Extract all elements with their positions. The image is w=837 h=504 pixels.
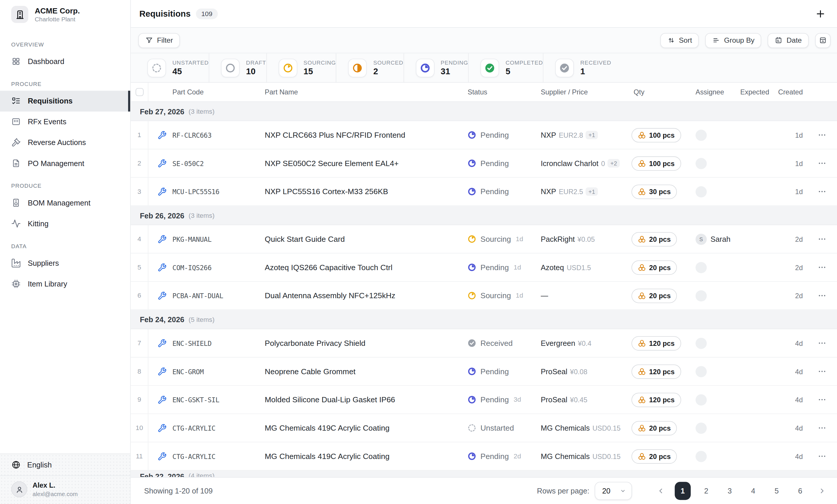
page-button-1[interactable]: 1 bbox=[675, 482, 691, 500]
status-summary-item[interactable]: UNSTARTED 45 bbox=[147, 54, 209, 83]
sidebar-item-kitting[interactable]: Kitting bbox=[0, 213, 130, 234]
table-row[interactable]: 2 SE-050C2 NXP SE050C2 Secure Element EA… bbox=[131, 149, 837, 178]
wrench-icon bbox=[157, 452, 166, 461]
table-row[interactable]: 11 CTG-ACRYLIC MG Chemicals 419C Acrylic… bbox=[131, 442, 837, 471]
column-supplier-price[interactable]: Supplier / Price bbox=[536, 88, 627, 96]
status-summary-count: 15 bbox=[304, 66, 336, 77]
column-part-name[interactable]: Part Name bbox=[262, 88, 459, 96]
coins-icon bbox=[638, 367, 646, 375]
page-button-5[interactable]: 5 bbox=[769, 482, 785, 500]
collapse-panel-button[interactable] bbox=[815, 33, 831, 48]
table-row[interactable]: 7 ENC-SHIELD Polycarbonate Privacy Shiel… bbox=[131, 329, 837, 358]
org-header[interactable]: ACME Corp. Charlotte Plant bbox=[0, 0, 130, 29]
rfx-icon bbox=[11, 117, 21, 127]
supplier-name: — bbox=[541, 291, 548, 300]
part-code: ENC-GSKT-SIL bbox=[173, 396, 219, 403]
sidebar-item-po-management[interactable]: PO Management bbox=[0, 153, 130, 174]
table-header: Part Code Part Name Status Supplier / Pr… bbox=[131, 83, 837, 102]
status-summary-item[interactable]: RECEIVED 1 bbox=[544, 54, 611, 83]
rows-per-page-select[interactable]: 20 bbox=[594, 482, 632, 500]
sort-button[interactable]: Sort bbox=[660, 33, 699, 48]
user-menu[interactable]: Alex L. alexl@acme.com bbox=[0, 476, 130, 504]
next-page-button[interactable] bbox=[816, 483, 829, 499]
status-summary-item[interactable]: PENDING 31 bbox=[404, 54, 469, 83]
column-qty[interactable]: Qty bbox=[627, 88, 691, 96]
sidebar-item-requisitions[interactable]: Requisitions bbox=[0, 90, 130, 111]
group-date: Feb 22, 2026 bbox=[140, 472, 184, 477]
table-row[interactable]: 10 CTG-ACRYLIC MG Chemicals 419C Acrylic… bbox=[131, 414, 837, 442]
supplier-price: ¥0.4 bbox=[578, 339, 591, 347]
row-actions-button[interactable] bbox=[816, 262, 828, 273]
table-row[interactable]: 1 RF-CLRC663 NXP CLRC663 Plus NFC/RFID F… bbox=[131, 121, 837, 149]
column-status[interactable]: Status bbox=[459, 88, 537, 96]
table-row[interactable]: 3 MCU-LPC55S16 NXP LPC55S16 Cortex-M33 2… bbox=[131, 178, 837, 206]
bom-icon bbox=[11, 198, 21, 208]
qty-pill: 20 pcs bbox=[631, 260, 677, 274]
part-name: NXP LPC55S16 Cortex-M33 256KB bbox=[265, 187, 415, 196]
row-actions-button[interactable] bbox=[816, 186, 828, 197]
status-summary-item[interactable]: DRAFT 10 bbox=[209, 54, 266, 83]
sidebar-item-suppliers[interactable]: Suppliers bbox=[0, 253, 130, 273]
supplier-price: 0 bbox=[601, 159, 605, 167]
sort-icon bbox=[667, 36, 675, 44]
qty-pill: 120 pcs bbox=[631, 364, 681, 379]
pagination: 123456 bbox=[655, 482, 829, 500]
filter-button[interactable]: Filter bbox=[138, 33, 180, 48]
row-actions-button[interactable] bbox=[816, 129, 828, 141]
qty-pill: 30 pcs bbox=[631, 184, 677, 199]
status-label: Pending bbox=[481, 452, 509, 461]
status-summary-item[interactable]: SOURCED 2 bbox=[337, 54, 404, 83]
table-row[interactable]: 4 PKG-MANUAL Quick Start Guide Card Sour… bbox=[131, 225, 837, 253]
column-created[interactable]: Created bbox=[775, 88, 807, 96]
sidebar-item-bom-management[interactable]: BOM Management bbox=[0, 192, 130, 213]
draft-status-icon bbox=[221, 58, 240, 77]
row-num: 5 bbox=[131, 253, 148, 281]
sidebar-item-reverse-auctions[interactable]: Reverse Auctions bbox=[0, 132, 130, 153]
row-actions-button[interactable] bbox=[816, 233, 828, 245]
supplier-name: ProSeal bbox=[541, 367, 567, 376]
column-part-code[interactable]: Part Code bbox=[148, 88, 262, 96]
table-row[interactable]: 8 ENC-GROM Neoprene Cable Grommet Pendin… bbox=[131, 358, 837, 386]
po-icon bbox=[11, 159, 21, 168]
supplier-price: EUR2.5 bbox=[559, 188, 583, 196]
coins-icon bbox=[638, 452, 646, 460]
status-label: Pending bbox=[481, 263, 509, 272]
select-all-checkbox[interactable] bbox=[136, 88, 143, 96]
table-row[interactable]: 6 PCBA-ANT-DUAL Dual Antenna Assembly NF… bbox=[131, 282, 837, 310]
ellipsis-icon bbox=[817, 130, 827, 140]
page-button-2[interactable]: 2 bbox=[698, 482, 714, 500]
row-actions-button[interactable] bbox=[816, 157, 828, 169]
row-actions-button[interactable] bbox=[816, 337, 828, 349]
row-actions-button[interactable] bbox=[816, 394, 828, 406]
date-button[interactable]: Date bbox=[768, 33, 809, 48]
status-summary-item[interactable]: COMPLETED 5 bbox=[469, 54, 544, 83]
add-requisition-button[interactable] bbox=[813, 5, 829, 22]
sidebar-item-dashboard[interactable]: Dashboard bbox=[0, 51, 130, 72]
row-actions-button[interactable] bbox=[816, 422, 828, 434]
page-button-4[interactable]: 4 bbox=[745, 482, 761, 500]
status-icon bbox=[468, 263, 476, 272]
row-actions-button[interactable] bbox=[816, 365, 828, 377]
column-assignee[interactable]: Assignee bbox=[691, 88, 737, 96]
group-by-button[interactable]: Group By bbox=[706, 33, 762, 48]
page-button-3[interactable]: 3 bbox=[722, 482, 738, 500]
table-row[interactable]: 9 ENC-GSKT-SIL Molded Silicone Dual-Lip … bbox=[131, 386, 837, 414]
date-group-header: Feb 22, 2026 (4 items) bbox=[131, 471, 837, 477]
requisitions-icon bbox=[11, 96, 21, 106]
row-actions-button[interactable] bbox=[816, 450, 828, 462]
sidebar-item-item-library[interactable]: Item Library bbox=[0, 273, 130, 294]
assignee-avatar bbox=[695, 450, 707, 462]
sidebar-item-rfx-events[interactable]: RFx Events bbox=[0, 111, 130, 132]
row-actions-button[interactable] bbox=[816, 290, 828, 301]
row-num: 10 bbox=[131, 414, 148, 442]
column-expected[interactable]: Expected bbox=[737, 88, 775, 96]
showing-label: Showing 1-20 of 109 bbox=[144, 487, 213, 495]
status-icon bbox=[468, 291, 476, 300]
group-date: Feb 24, 2026 bbox=[140, 315, 184, 324]
prev-page-button[interactable] bbox=[655, 483, 667, 499]
status-summary-item[interactable]: SOURCING 15 bbox=[267, 54, 337, 83]
language-selector[interactable]: English bbox=[0, 454, 130, 476]
assignee-name: Sarah bbox=[710, 235, 730, 243]
table-row[interactable]: 5 COM-IQS266 Azoteq IQS266 Capacitive To… bbox=[131, 253, 837, 282]
page-button-6[interactable]: 6 bbox=[792, 482, 808, 500]
